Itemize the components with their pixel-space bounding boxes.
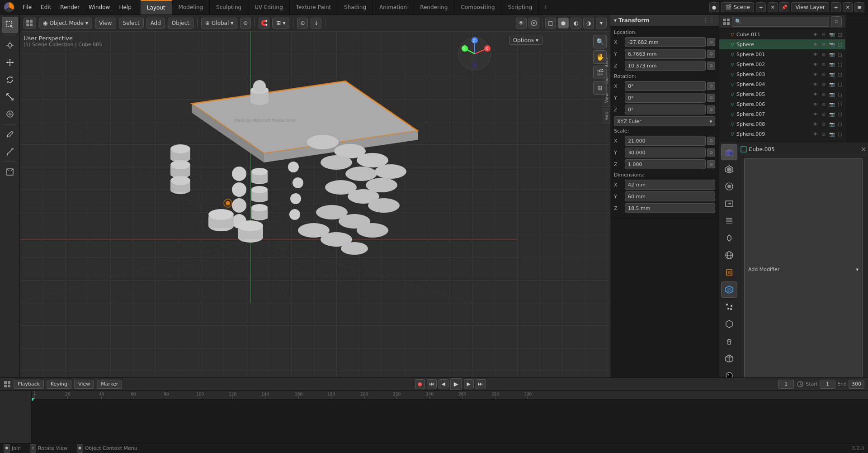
proportional-edit-button[interactable]: ⊙ — [297, 18, 308, 29]
visibility-icon[interactable]: 👁 — [812, 61, 819, 68]
new-view-layer-button[interactable]: + — [831, 2, 841, 12]
data-icon[interactable]: □ — [836, 51, 844, 58]
add-modifier-button[interactable]: Add Modifier ▾ — [744, 158, 863, 377]
add-cube-button[interactable] — [2, 164, 18, 180]
render-icon[interactable]: 📷 — [828, 81, 835, 88]
filter-icon[interactable]: ≡ — [854, 2, 864, 12]
shading-options-button[interactable]: ▾ — [596, 18, 607, 29]
view-layer-selector[interactable]: View Layer — [791, 2, 829, 12]
tab-layout[interactable]: Layout — [141, 0, 172, 14]
tab-modeling[interactable]: Modeling — [172, 0, 210, 14]
new-scene-button[interactable]: + — [756, 2, 766, 12]
close-scene-button[interactable]: ✕ — [768, 2, 778, 12]
scene-selector[interactable]: 🎬 Scene — [721, 2, 755, 12]
tab-scripting[interactable]: Scripting — [502, 0, 539, 14]
next-frame-button[interactable]: ▶ — [464, 379, 474, 389]
view-menu[interactable]: View — [95, 18, 116, 29]
outliner-item-sphere006[interactable]: ▽ Sphere.006 👁 ⊙ 📷 □ — [719, 99, 845, 109]
constraint-properties-button[interactable] — [721, 333, 737, 349]
close-view-layer-button[interactable]: ✕ — [843, 2, 853, 12]
annotate-tool-button[interactable] — [2, 126, 18, 143]
transform-header[interactable]: ▾ Transform ⋮⋮ — [610, 15, 719, 26]
marker-menu[interactable]: Marker — [97, 380, 122, 389]
pin-scene-button[interactable]: 📌 — [779, 2, 789, 12]
editor-type-dropdown[interactable] — [24, 18, 36, 29]
particles-properties-button[interactable] — [721, 299, 737, 315]
physics-properties-button[interactable] — [721, 316, 737, 332]
material-shading-button[interactable]: ◐ — [571, 18, 581, 29]
render-icon[interactable]: 📷 — [828, 130, 835, 138]
tab-shading[interactable]: Shading — [338, 0, 373, 14]
mode-dropdown[interactable]: ◉ Object Mode ▾ — [39, 18, 92, 29]
outliner-item-sphere003[interactable]: ▽ Sphere.003 👁 ⊙ 📷 □ — [719, 69, 845, 79]
outliner-item-sphere002[interactable]: ▽ Sphere.002 👁 ⊙ 📷 □ — [719, 59, 845, 69]
outliner-item-sphere008[interactable]: ▽ Sphere.008 👁 ⊙ 📷 □ — [719, 119, 845, 129]
outliner-item-sphere001[interactable]: ▽ Sphere.001 👁 ⊙ 📷 □ — [719, 49, 845, 59]
selectable-icon[interactable]: ⊙ — [820, 71, 827, 78]
selectable-icon[interactable]: ⊙ — [820, 41, 827, 48]
scale-y-input[interactable]: 30.000 — [625, 148, 706, 157]
render-icon[interactable]: 📷 — [828, 120, 835, 128]
scale-x-input[interactable]: 21.000 — [625, 136, 706, 146]
data-icon[interactable]: □ — [836, 130, 844, 138]
data-icon[interactable]: □ — [836, 110, 844, 118]
tab-rendering[interactable]: Rendering — [414, 0, 454, 14]
menu-edit[interactable]: Edit — [36, 0, 56, 14]
gizmo-toggle-button[interactable]: 👁 — [516, 18, 527, 29]
dim-y-input[interactable]: 60 mm — [625, 191, 715, 201]
measure-tool-button[interactable] — [2, 143, 18, 160]
visibility-icon[interactable]: 👁 — [812, 81, 819, 88]
visibility-icon[interactable]: 👁 — [812, 31, 819, 38]
view-layer-properties-button[interactable] — [721, 213, 737, 229]
material-properties-button[interactable] — [721, 367, 737, 377]
snap-type-dropdown[interactable]: ⊞ ▾ — [272, 18, 289, 29]
tab-sculpting[interactable]: Sculpting — [210, 0, 248, 14]
data-icon[interactable]: □ — [836, 81, 844, 88]
outliner-item-sphere005[interactable]: ▽ Sphere.005 👁 ⊙ 📷 □ — [719, 89, 845, 99]
object-name-close-icon[interactable]: ✕ — [861, 146, 866, 153]
selectable-icon[interactable]: ⊙ — [820, 31, 827, 38]
scale-z-copy[interactable]: ⊙ — [707, 160, 715, 168]
outliner-item-sphere009[interactable]: ▽ Sphere.009 👁 ⊙ 📷 □ — [719, 129, 845, 139]
outliner-item-sphere004[interactable]: ▽ Sphere.004 👁 ⊙ 📷 □ — [719, 79, 845, 89]
data-icon[interactable]: □ — [836, 71, 844, 78]
start-frame-input[interactable]: 1 — [820, 380, 835, 389]
object-menu[interactable]: Object — [168, 18, 193, 29]
pan-button[interactable]: 🖐 — [593, 50, 607, 64]
menu-window[interactable]: Window — [84, 0, 114, 14]
rotation-y-input[interactable]: 0° — [625, 93, 706, 103]
menu-file[interactable]: File — [18, 0, 36, 14]
data-icon[interactable]: □ — [836, 31, 844, 38]
scale-tool-button[interactable] — [2, 89, 18, 105]
location-z-input[interactable]: 10.373 mm — [625, 61, 706, 71]
scene-properties-button[interactable] — [721, 230, 737, 246]
visibility-icon[interactable]: 👁 — [812, 91, 819, 98]
tab-texture-paint[interactable]: Texture Paint — [290, 0, 338, 14]
tab-uv-editing[interactable]: UV Editing — [248, 0, 290, 14]
data-properties-button[interactable] — [721, 350, 737, 367]
pivot-point-button[interactable]: ⊙ — [240, 18, 251, 29]
select-tool-button[interactable] — [2, 17, 18, 33]
rotation-z-input[interactable]: 0° — [625, 105, 706, 114]
rotate-tool-button[interactable] — [2, 72, 18, 88]
location-y-input[interactable]: 6.7663 mm — [625, 49, 706, 59]
selectable-icon[interactable]: ⊙ — [820, 91, 827, 98]
scale-y-copy[interactable]: ⊙ — [707, 148, 715, 157]
rotation-mode-dropdown[interactable]: XYZ Euler ▾ — [614, 116, 715, 126]
modifier-properties-button[interactable] — [721, 281, 737, 298]
transform-space-dropdown[interactable]: ⊕ Global ▾ — [201, 18, 237, 29]
camera-button[interactable]: 🎬 — [593, 66, 607, 79]
visibility-icon[interactable]: 👁 — [812, 51, 819, 58]
location-x-copy[interactable]: ⊙ — [707, 38, 715, 46]
render-properties-button[interactable] — [721, 178, 737, 195]
outliner-item-sphere[interactable]: ▽ Sphere 👁 ⊙ 📷 □ — [719, 39, 845, 49]
visibility-icon[interactable]: 👁 — [812, 100, 819, 108]
add-menu[interactable]: Add — [146, 18, 165, 29]
data-icon[interactable]: □ — [836, 120, 844, 128]
selectable-icon[interactable]: ⊙ — [820, 51, 827, 58]
snap-magnet-button[interactable]: 🧲 — [259, 18, 269, 29]
render-icon[interactable]: 📷 — [828, 61, 835, 68]
object-data-properties-button[interactable] — [721, 161, 737, 177]
dim-z-input[interactable]: 18.5 mm — [625, 203, 715, 213]
render-icon[interactable]: 📷 — [828, 41, 835, 48]
